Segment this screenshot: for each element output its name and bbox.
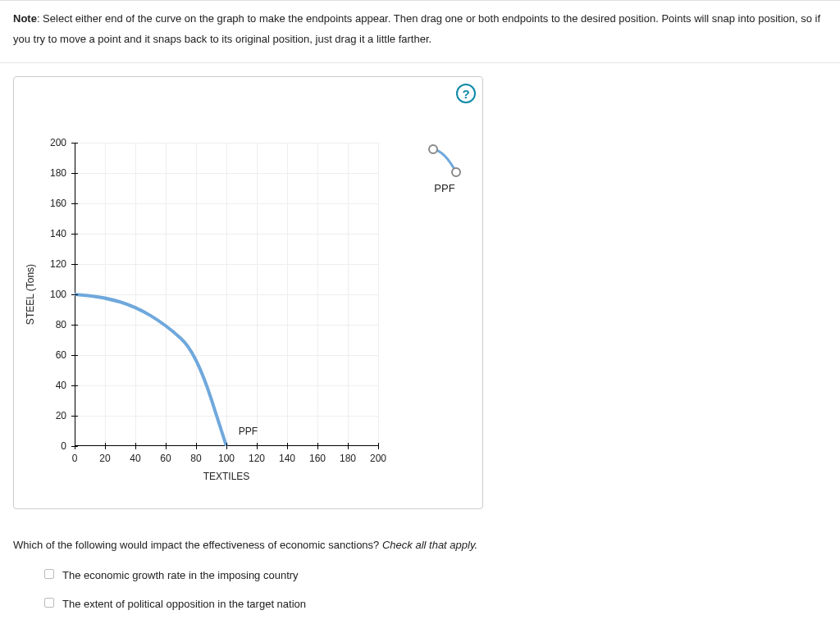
option-row[interactable]: The extent of political opposition in th… [44, 596, 827, 613]
x-tick-label: 120 [249, 453, 265, 464]
grid-line [166, 143, 167, 446]
svg-point-0 [429, 145, 437, 153]
grid-line [226, 143, 227, 446]
note-block: Note: Select either end of the curve on … [0, 1, 840, 63]
y-tick-label: 140 [50, 228, 66, 239]
x-tick-label: 20 [99, 453, 110, 464]
x-tick [378, 443, 379, 449]
y-tick [71, 173, 78, 174]
y-tick [71, 203, 78, 204]
y-tick [71, 385, 78, 386]
x-tick [257, 443, 258, 449]
y-tick-label: 200 [50, 137, 66, 148]
x-tick-label: 80 [190, 453, 201, 464]
note-text: : Select either end of the curve on the … [13, 12, 820, 45]
x-tick-label: 100 [218, 453, 235, 464]
x-tick [135, 443, 136, 449]
y-tick [71, 446, 78, 447]
y-tick [71, 416, 78, 417]
y-tick [71, 355, 78, 356]
x-tick-label: 60 [160, 453, 171, 464]
y-tick [71, 264, 78, 265]
y-tick [71, 143, 78, 143]
grid-line [196, 143, 197, 446]
grid-line [348, 143, 349, 446]
legend-label-ppf: PPF [428, 182, 461, 194]
y-tick-label: 20 [56, 410, 66, 421]
ppf-curve-label: PPF [239, 426, 258, 437]
note-label: Note [13, 12, 37, 25]
y-tick-label: 0 [61, 440, 66, 452]
y-tick-label: 180 [50, 167, 66, 179]
grid-line [105, 143, 106, 446]
checkbox[interactable] [44, 598, 54, 608]
y-tick [71, 234, 78, 235]
question-block: Which of the following would impact the … [0, 522, 840, 624]
legend-swatch-ppf[interactable] [428, 144, 461, 177]
plot-area[interactable]: PPF TEXTILES STEEL (Tons) 02040608010012… [75, 143, 378, 446]
x-tick [287, 443, 288, 449]
grid-line [287, 143, 288, 446]
grid-line [135, 143, 136, 446]
y-tick-label: 160 [50, 198, 66, 209]
grid-line [317, 143, 318, 446]
x-tick [196, 443, 197, 449]
y-tick-label: 120 [50, 258, 66, 270]
question-instruction: Check all that apply. [382, 539, 477, 551]
question-text: Which of the following would impact the … [13, 539, 379, 551]
help-icon: ? [462, 87, 469, 101]
y-tick [71, 294, 78, 295]
graph-container[interactable]: ? PPF TEXTILES STEEL (Tons) 020406080100… [13, 76, 483, 509]
option-label: The extent of political opposition in th… [62, 596, 306, 613]
y-tick [71, 325, 78, 326]
help-button[interactable]: ? [456, 84, 476, 103]
x-tick-label: 0 [72, 453, 78, 464]
x-tick-label: 160 [309, 453, 326, 464]
y-tick-label: 40 [56, 380, 66, 391]
x-tick [105, 443, 106, 449]
x-tick [166, 443, 167, 449]
x-tick-label: 40 [130, 453, 140, 464]
x-tick [317, 443, 318, 449]
option-label: The economic growth rate in the imposing… [62, 567, 299, 585]
legend[interactable]: PPF [428, 144, 461, 194]
x-tick-label: 180 [340, 453, 356, 464]
y-tick-label: 100 [50, 289, 66, 300]
x-tick [348, 443, 349, 449]
y-tick-label: 60 [56, 349, 66, 361]
grid-line [378, 143, 379, 446]
option-row[interactable]: The economic growth rate in the imposing… [44, 567, 827, 585]
checkbox[interactable] [44, 569, 54, 579]
x-tick-label: 140 [279, 453, 295, 464]
x-tick-label: 200 [370, 453, 386, 464]
grid-line [257, 143, 258, 446]
x-tick [226, 443, 227, 449]
x-axis-title: TEXTILES [203, 471, 250, 482]
y-axis-title: STEEL (Tons) [25, 264, 36, 325]
y-tick-label: 80 [56, 319, 66, 330]
svg-point-1 [452, 168, 460, 176]
